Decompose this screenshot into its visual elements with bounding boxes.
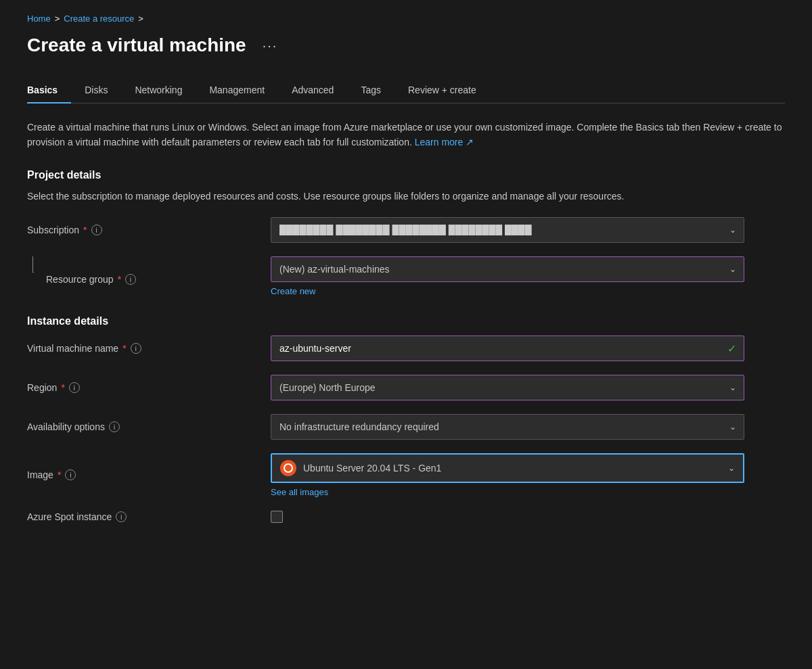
tab-management[interactable]: Management: [196, 78, 278, 103]
subscription-required: *: [83, 225, 87, 235]
ellipsis-button[interactable]: ···: [257, 35, 284, 56]
project-details-heading: Project details: [27, 169, 785, 181]
resource-group-dropdown[interactable]: (New) az-virtual-machines: [271, 256, 744, 282]
project-details-description: Select the subscription to manage deploy…: [27, 189, 785, 204]
subscription-control: ████████ ████████ ████████ ████████ ████…: [271, 217, 744, 243]
region-label: Region * i: [27, 382, 271, 393]
image-value: Ubuntu Server 20.04 LTS - Gen1: [303, 463, 716, 474]
azure-spot-checkbox-wrap: [271, 511, 744, 523]
vm-name-check-icon: ✓: [727, 342, 736, 354]
region-required: *: [61, 382, 64, 393]
subscription-dropdown[interactable]: ████████ ████████ ████████ ████████ ████: [271, 217, 744, 243]
subscription-label: Subscription * i: [27, 225, 271, 235]
ubuntu-icon: [280, 460, 296, 476]
subscription-dropdown-wrap: ████████ ████████ ████████ ████████ ████…: [271, 217, 744, 243]
image-info-icon[interactable]: i: [65, 469, 76, 480]
tab-review-create[interactable]: Review + create: [394, 78, 490, 103]
resource-group-label: Resource group * i: [27, 274, 271, 285]
region-row: Region * i (Europe) North Europe ⌄: [27, 375, 785, 400]
tab-disks[interactable]: Disks: [71, 78, 121, 103]
image-dropdown-wrap[interactable]: Ubuntu Server 20.04 LTS - Gen1 ⌄: [271, 453, 744, 483]
resource-group-label-area: Resource group * i: [27, 256, 271, 285]
page-title-row: Create a virtual machine ···: [27, 34, 785, 56]
image-required: *: [58, 469, 61, 480]
availability-options-label: Availability options i: [27, 421, 271, 432]
resource-group-required: *: [118, 274, 121, 285]
azure-spot-info-icon[interactable]: i: [116, 511, 127, 522]
availability-options-dropdown[interactable]: No infrastructure redundancy required: [271, 414, 744, 440]
breadcrumb-sep2: >: [138, 14, 143, 24]
availability-dropdown-wrap: No infrastructure redundancy required ⌄: [271, 414, 744, 440]
azure-spot-row: Azure Spot instance i: [27, 511, 785, 523]
bracket-line: [32, 256, 34, 273]
image-control: Ubuntu Server 20.04 LTS - Gen1 ⌄ See all…: [271, 453, 744, 497]
breadcrumb-sep1: >: [55, 14, 60, 24]
region-control: (Europe) North Europe ⌄: [271, 375, 744, 400]
image-chevron-icon: ⌄: [728, 463, 735, 473]
vm-name-row: Virtual machine name * i ✓: [27, 336, 785, 361]
create-new-link[interactable]: Create new: [271, 286, 315, 296]
tab-basics[interactable]: Basics: [27, 78, 71, 103]
vm-name-input[interactable]: [271, 336, 744, 361]
vm-name-control: ✓: [271, 336, 744, 361]
page-title: Create a virtual machine: [27, 34, 246, 56]
tab-advanced[interactable]: Advanced: [278, 78, 347, 103]
resource-group-info-icon[interactable]: i: [125, 274, 136, 285]
tab-bar: Basics Disks Networking Management Advan…: [27, 78, 785, 103]
ubuntu-icon-inner: [284, 463, 293, 473]
availability-options-row: Availability options i No infrastructure…: [27, 414, 785, 440]
image-label: Image * i: [27, 469, 271, 480]
region-info-icon[interactable]: i: [69, 382, 80, 393]
vm-name-input-wrap: ✓: [271, 336, 744, 361]
image-row: Image * i Ubuntu Server 20.04 LTS - Gen1…: [27, 453, 785, 497]
azure-spot-label: Azure Spot instance i: [27, 511, 271, 522]
availability-options-control: No infrastructure redundancy required ⌄: [271, 414, 744, 440]
vm-name-info-icon[interactable]: i: [131, 343, 141, 354]
breadcrumb-home[interactable]: Home: [27, 14, 51, 24]
resource-group-row: Resource group * i (New) az-virtual-mach…: [27, 256, 785, 296]
subscription-row: Subscription * i ████████ ████████ █████…: [27, 217, 785, 243]
instance-details-heading: Instance details: [27, 315, 785, 327]
region-dropdown[interactable]: (Europe) North Europe: [271, 375, 744, 400]
tab-tags[interactable]: Tags: [347, 78, 394, 103]
subscription-info-icon[interactable]: i: [91, 225, 102, 235]
breadcrumb: Home > Create a resource >: [27, 14, 785, 24]
region-dropdown-wrap: (Europe) North Europe ⌄: [271, 375, 744, 400]
availability-info-icon[interactable]: i: [109, 421, 120, 432]
resource-group-control: (New) az-virtual-machines ⌄ Create new: [271, 256, 744, 296]
tab-networking[interactable]: Networking: [121, 78, 196, 103]
learn-more-link[interactable]: Learn more ↗: [415, 137, 474, 147]
see-all-images-link[interactable]: See all images: [271, 487, 328, 497]
resource-group-dropdown-wrap: (New) az-virtual-machines ⌄: [271, 256, 744, 282]
page-description: Create a virtual machine that runs Linux…: [27, 120, 785, 150]
vm-name-required: *: [122, 343, 126, 354]
azure-spot-control: [271, 511, 744, 523]
vm-name-label: Virtual machine name * i: [27, 343, 271, 354]
breadcrumb-create-resource[interactable]: Create a resource: [64, 14, 134, 24]
azure-spot-checkbox[interactable]: [271, 511, 283, 523]
